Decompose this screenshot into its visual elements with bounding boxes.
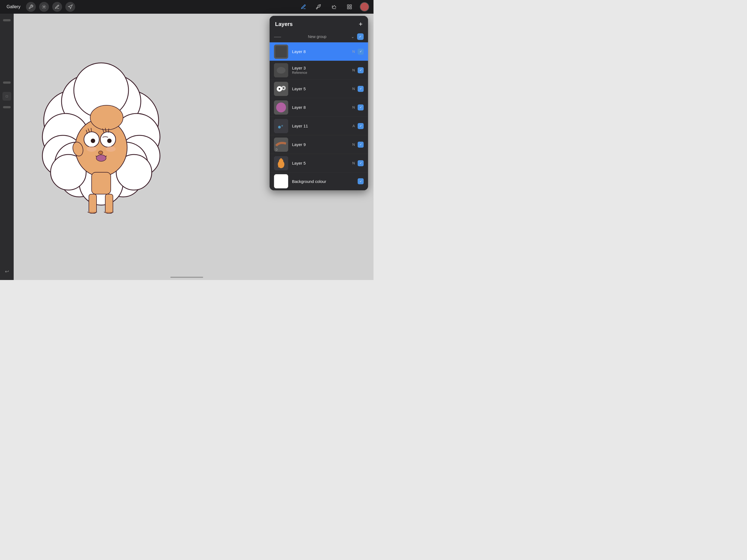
layer-visibility-check[interactable]: ✓ bbox=[358, 123, 364, 129]
layer-name: Layer 8 bbox=[292, 49, 353, 54]
svg-point-50 bbox=[278, 126, 281, 128]
opacity-slider[interactable] bbox=[3, 81, 11, 84]
svg-rect-4 bbox=[347, 7, 349, 9]
layer-visibility-check[interactable]: ✓ bbox=[358, 178, 364, 184]
layers-header: Layers + bbox=[269, 16, 368, 31]
svg-point-41 bbox=[277, 67, 285, 74]
svg-marker-1 bbox=[68, 5, 72, 9]
layer-visibility-check[interactable]: ✓ bbox=[358, 160, 364, 166]
redo-button[interactable]: ↪ bbox=[2, 279, 11, 280]
layers-title: Layers bbox=[275, 21, 293, 27]
svg-point-48 bbox=[276, 103, 286, 112]
brush-tool-icon[interactable] bbox=[314, 2, 324, 12]
shape-tool[interactable]: □ bbox=[2, 92, 11, 101]
adjustments-icon[interactable] bbox=[39, 2, 49, 12]
svg-rect-36 bbox=[89, 194, 97, 213]
layer-row[interactable]: Layer 8 N ✓ bbox=[269, 98, 368, 117]
layer-thumbnail bbox=[274, 119, 288, 133]
layer-info: Layer 11 bbox=[292, 124, 353, 128]
layer-mode: N bbox=[353, 50, 355, 54]
layer-mode: A bbox=[353, 124, 355, 128]
group-visibility-check[interactable]: ✓ bbox=[357, 33, 364, 40]
layer-thumbnail bbox=[274, 174, 288, 188]
layer-info: Layer 8 bbox=[292, 105, 353, 110]
layer-mode: N bbox=[353, 161, 355, 165]
tool-slider-2[interactable] bbox=[3, 106, 11, 108]
sheep-illustration bbox=[22, 30, 180, 244]
svg-rect-3 bbox=[350, 5, 352, 6]
layers-panel-icon[interactable] bbox=[344, 2, 354, 12]
layer-mode: N bbox=[353, 143, 355, 147]
group-spacer: —— bbox=[274, 35, 281, 39]
layer-info: Layer 3 Reference bbox=[292, 66, 353, 75]
toolbar-left: Gallery bbox=[4, 2, 75, 12]
svg-point-33 bbox=[96, 155, 106, 161]
svg-point-29 bbox=[107, 138, 111, 143]
layer-name: Layer 3 bbox=[292, 66, 353, 70]
scroll-indicator bbox=[170, 277, 203, 278]
svg-point-30 bbox=[87, 146, 97, 152]
layer-row[interactable]: Layer 5 N ✓ bbox=[269, 154, 368, 173]
toolbar: Gallery bbox=[0, 0, 374, 14]
layer-info: Background colour bbox=[292, 179, 358, 184]
layer-mode: N bbox=[353, 87, 355, 91]
svg-point-51 bbox=[281, 125, 283, 127]
eraser-tool-icon[interactable] bbox=[329, 2, 339, 12]
layer-row[interactable]: Layer 5 N ✓ bbox=[269, 80, 368, 98]
layer-sublabel: Reference bbox=[292, 71, 353, 75]
svg-point-46 bbox=[283, 87, 284, 88]
layer-name: Layer 11 bbox=[292, 124, 353, 128]
layer-info: Layer 8 bbox=[292, 49, 353, 54]
layers-panel: Layers + —— New group ⌄ ✓ Layer 8 N ✓ bbox=[269, 16, 368, 190]
layer-name: Layer 9 bbox=[292, 142, 353, 147]
layer-thumbnail: D bbox=[274, 137, 288, 152]
svg-rect-35 bbox=[92, 172, 111, 194]
layer-name: Background colour bbox=[292, 179, 358, 184]
brush-size-slider[interactable] bbox=[3, 19, 11, 21]
layer-info: Layer 5 bbox=[292, 86, 353, 91]
left-sidebar: □ ↩ ↪ bbox=[0, 14, 14, 280]
svg-point-56 bbox=[279, 159, 283, 163]
layer-thumbnail bbox=[274, 100, 288, 114]
undo-button[interactable]: ↩ bbox=[2, 267, 11, 276]
svg-point-31 bbox=[106, 146, 115, 152]
layer-row[interactable]: Layer 8 N ✓ bbox=[269, 42, 368, 61]
add-layer-button[interactable]: + bbox=[359, 21, 363, 27]
layer-row[interactable]: Layer 11 A ✓ bbox=[269, 117, 368, 135]
svg-rect-39 bbox=[275, 46, 287, 57]
svg-point-28 bbox=[91, 138, 95, 143]
group-row[interactable]: —— New group ⌄ ✓ bbox=[269, 31, 368, 42]
svg-point-45 bbox=[279, 88, 280, 90]
layer-visibility-check[interactable]: ✓ bbox=[358, 49, 364, 55]
layer-mode: N bbox=[353, 105, 355, 109]
layer-name: Layer 8 bbox=[292, 105, 353, 110]
gallery-button[interactable]: Gallery bbox=[4, 3, 23, 10]
svg-rect-49 bbox=[274, 119, 288, 133]
group-chevron-icon: ⌄ bbox=[351, 34, 354, 39]
svg-rect-5 bbox=[350, 7, 352, 9]
svg-point-0 bbox=[43, 6, 45, 8]
layer-thumbnail bbox=[274, 156, 288, 170]
svg-point-32 bbox=[98, 151, 103, 154]
pen-tool-icon[interactable] bbox=[299, 2, 308, 12]
layer-visibility-check[interactable]: ✓ bbox=[358, 142, 364, 148]
layer-visibility-check[interactable]: ✓ bbox=[358, 104, 364, 110]
layer-visibility-check[interactable]: ✓ bbox=[358, 86, 364, 92]
svg-point-25 bbox=[90, 105, 123, 130]
layer-name: Layer 5 bbox=[292, 86, 353, 91]
svg-text:D: D bbox=[276, 148, 278, 151]
navigate-icon[interactable] bbox=[66, 2, 75, 12]
smudge-icon[interactable] bbox=[52, 2, 62, 12]
layer-name: Layer 5 bbox=[292, 161, 353, 166]
undo-redo-area: ↩ ↪ bbox=[2, 267, 11, 280]
layer-thumbnail bbox=[274, 63, 288, 77]
layer-visibility-check[interactable]: ✓ bbox=[358, 67, 364, 73]
layer-row[interactable]: Layer 3 Reference N ✓ bbox=[269, 61, 368, 80]
layer-thumbnail bbox=[274, 45, 288, 59]
color-swatch[interactable] bbox=[360, 2, 369, 11]
layer-row[interactable]: D Layer 9 N ✓ bbox=[269, 135, 368, 154]
background-colour-row[interactable]: Background colour ✓ bbox=[269, 173, 368, 190]
wrench-icon[interactable] bbox=[26, 2, 36, 12]
group-name: New group bbox=[283, 34, 351, 39]
svg-rect-37 bbox=[105, 194, 113, 213]
